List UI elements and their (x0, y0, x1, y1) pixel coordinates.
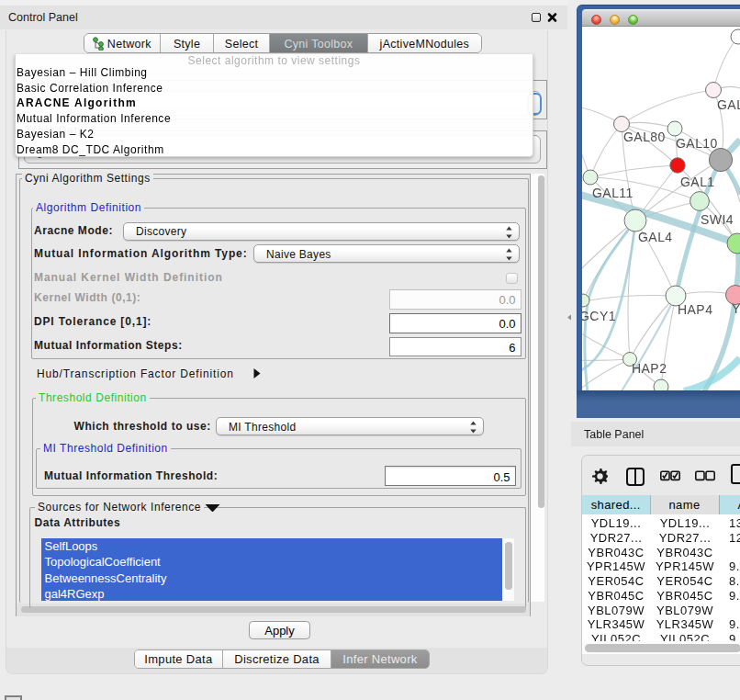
svg-text:GAL80: GAL80 (623, 130, 666, 144)
svg-text:HAP4: HAP4 (678, 302, 712, 317)
svg-text:GAL11: GAL11 (592, 186, 633, 200)
svg-text:SWI4: SWI4 (701, 212, 734, 227)
svg-text:GCY1: GCY1 (582, 309, 616, 323)
svg-text:GAL1: GAL1 (680, 175, 715, 189)
svg-text:YJ: YJ (732, 301, 740, 316)
svg-text:GAL4: GAL4 (638, 230, 673, 244)
svg-text:GAL7: GAL7 (717, 97, 740, 112)
svg-text:HAP2: HAP2 (632, 361, 667, 376)
svg-text:GAL10: GAL10 (676, 136, 718, 151)
